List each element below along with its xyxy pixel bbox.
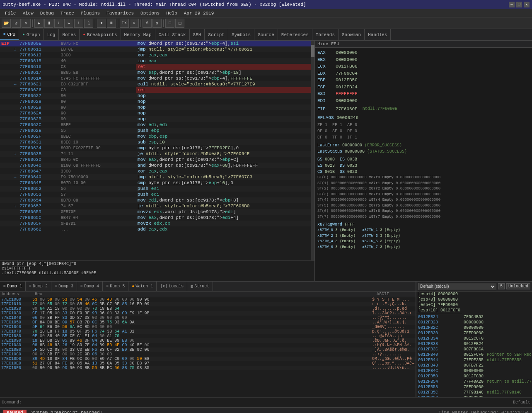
dump-tab-2[interactable]: ≡Dump 2	[26, 282, 51, 291]
stack-mem-row[interactable]: 0012FB500012FCB0	[416, 374, 532, 379]
disasm-row[interactable]: 77F60616C3ret	[0, 64, 311, 70]
disasm-row[interactable]: ↓77F6065774 57je ntdll. style="color:#b5…	[0, 203, 311, 209]
tab-handles[interactable]: Handles	[365, 29, 391, 40]
stack-mem-row[interactable]: 0012FB340012CCF0	[416, 336, 532, 341]
dump-row[interactable]: 77EC10500F 84 D0 BE 09 57 8B 7D 0C 85 75…	[0, 320, 416, 325]
disasm-row[interactable]: 77F6063D8B45 0Cmov eax,dword ptr ss:[ce9…	[0, 157, 311, 163]
toolbar-font[interactable]: A	[143, 19, 152, 28]
disasm-row[interactable]: 77F60634803D EC02FE7F 00cmp byte ptr ds:…	[0, 145, 311, 151]
disasm-row[interactable]: 77F6065F0FB7D1movzx edx,cx	[0, 221, 311, 226]
tab-cpu[interactable]: ■ CPU	[0, 29, 19, 40]
dump-row[interactable]: 77EC10800E 00 88 40 BB CF C1 E1 04 00 A1…	[0, 334, 416, 338]
tab-script[interactable]: Script	[205, 29, 228, 40]
toolbar-misc[interactable]: □	[165, 19, 174, 28]
dump-row[interactable]: 77EC109018 E8 D8 18 05 89 46 0F 84 8C BE…	[0, 338, 416, 343]
disasm-row[interactable]: 77F606408160 68 FFFFFFFDand dword ptr ds…	[0, 163, 311, 168]
disasm-row[interactable]: ←77F60621E8 C321FBFFcall ntdll. style="c…	[0, 81, 311, 87]
dump-tab-struct[interactable]: ⊞Struct	[187, 282, 213, 291]
dump-row[interactable]: 77EC10D039 4D 10 0F 84 FE 9C 06 00 E9 A7…	[0, 357, 416, 361]
disasm-row[interactable]: 77F6065256push esi	[0, 186, 311, 192]
dump-row[interactable]: 77EC10C000 00 8B FF 00 00 2C 9D 06 00 00…	[0, 352, 416, 357]
dump-rows[interactable]: 77EC100053 00 59 00 53 00 54 00 45 00 4D…	[0, 297, 416, 397]
toolbar-restart[interactable]: ↺	[12, 19, 21, 28]
disasm-row[interactable]: 77F6061333C0xor eax,eax	[0, 52, 311, 58]
close-button[interactable]: ✕	[524, 2, 530, 7]
disasm-row[interactable]: 77F6061540inc eax	[0, 58, 311, 64]
stack-mem-row[interactable]: 0012FB4C00000000	[416, 368, 532, 374]
disasm-row[interactable]: →77F60649E9 75010000jmp ntdll. style="co…	[0, 174, 311, 180]
disasm-row[interactable]: 77F6062790nop	[0, 93, 311, 99]
toolbar-close[interactable]: ✕	[22, 19, 31, 28]
dump-row[interactable]: 77EC10A008 8B 48 83 26 19 89 7E 04 89 50…	[0, 343, 416, 347]
toolbar-trace-btn[interactable]: ≡	[107, 19, 116, 28]
menu-options[interactable]: Options	[137, 10, 163, 17]
disasm-row[interactable]: 77F6063183EC 10sub esp,10	[0, 139, 311, 145]
stack-calling-convention[interactable]: Default (stdcall)	[418, 283, 496, 290]
tab-snowman[interactable]: Snowman	[339, 29, 365, 40]
stack-mem-row[interactable]: 0012FB247F5C4B52	[416, 314, 532, 320]
maximize-button[interactable]: □	[516, 2, 522, 7]
menu-trace[interactable]: Trace	[57, 10, 77, 17]
disasm-row[interactable]: 77F606590FB70Fmovzx ecx,word ptr ds:[ce9…	[0, 209, 311, 215]
stack-mem-row[interactable]: 0012FB2C00000000	[416, 325, 532, 330]
disasm-row[interactable]: 77F606548B7D 08mov edi,dword ptr ss:[ce9…	[0, 197, 311, 203]
menu-file[interactable]: File	[2, 10, 19, 17]
disasm-row[interactable]: 77F6061AC745 FC FFFFFFFFmov dword ptr ss…	[0, 75, 311, 81]
toolbar-run-to[interactable]: ⤵	[84, 19, 93, 28]
disasm-scrollbar-thumb[interactable]	[311, 45, 314, 57]
dump-row[interactable]: 77EC10605F 64 E6 30 56 6A 0C 85 00 00 00…	[0, 325, 416, 329]
disasm-row[interactable]: 77F6062E55push ebp	[0, 128, 311, 134]
disasm-row[interactable]: 77F60662...add eax,edx	[0, 226, 311, 232]
tab-callstack[interactable]: Call Stack	[155, 29, 190, 40]
stack-mem-row[interactable]: 0012FB5477F40A20return to ntdll.77F40A20…	[416, 379, 532, 384]
dump-tab-1[interactable]: ≡Dump 1	[0, 282, 26, 291]
disasm-row[interactable]: 77F60626C3ret	[0, 87, 311, 93]
menu-help[interactable]: Help	[163, 10, 180, 17]
disasm-row[interactable]: 77F6062A90nop	[0, 110, 311, 116]
dump-row[interactable]: 77EC10B05F 5D C2 08 00 33 C0 EB F6 83 CF…	[0, 347, 416, 352]
disasm-row[interactable]: EIP77F6060E8975 FCmov dword ptr ss:[ce91…	[0, 41, 311, 46]
disasm-row[interactable]: 77F6062F8BECmov ebp,esp	[0, 134, 311, 139]
disasm-row[interactable]: 77F606178B65 E8mov esp,dword ptr ss:[ce9…	[0, 70, 311, 75]
disasm-row[interactable]: 77F6065357push edi	[0, 192, 311, 197]
disasm-row[interactable]: ↓77F6063B74 11je ntdll. style="color:#b5…	[0, 151, 311, 157]
dump-tab-4[interactable]: ≡Dump 4	[77, 282, 103, 291]
stack-mem-row[interactable]: 0012FB6000000000	[416, 395, 532, 397]
toolbar-step-out[interactable]: ↑	[74, 19, 83, 28]
tab-source[interactable]: Source	[254, 29, 278, 40]
dump-row[interactable]: 77EC10E051 27 0F 84 FE 9C 05 AA 1B 05 0A…	[0, 361, 416, 366]
menu-debug[interactable]: Debug	[37, 10, 57, 17]
dump-row[interactable]: 77EC100053 00 59 00 53 00 54 00 45 00 4D…	[0, 297, 416, 302]
dump-tab-watch1[interactable]: ●Watch 1	[128, 282, 157, 291]
dump-row[interactable]: 77EC10F000 90 90 90 90 90 90 8B 55 8B EC…	[0, 366, 416, 370]
disasm-row[interactable]: 77F6062890nop	[0, 99, 311, 104]
toolbar-bp[interactable]: ●	[97, 19, 106, 28]
stack-rows[interactable]: [esp+4] 00000000[esp+8] 00000000[esp+C] …	[416, 292, 532, 397]
stack-mem-row[interactable]: 0012FB307FFD9000	[416, 330, 532, 336]
stack-mem-row[interactable]: 0012FB3C007F88CA	[416, 347, 532, 352]
tab-memorymap[interactable]: Memory Map	[121, 29, 155, 40]
stack-mem-row[interactable]: 0012FB4477EDE355ntdll.77EDE355	[416, 357, 532, 363]
toolbar-step-over[interactable]: ↪	[64, 19, 73, 28]
dump-tab-3[interactable]: ≡Dump 3	[51, 282, 77, 291]
stack-mem-row[interactable]: 0012FB380012FB24	[416, 341, 532, 347]
toolbar-misc2[interactable]: ◫	[175, 19, 184, 28]
tab-symbols[interactable]: Symbols	[228, 29, 254, 40]
tab-seh[interactable]: SEH	[190, 29, 205, 40]
menu-plugins[interactable]: Plugins	[77, 10, 103, 17]
dump-row[interactable]: 77EC1030CE 17 05 00 33 C0 E9 3F 9B 06 00…	[0, 311, 416, 316]
disasm-row[interactable]: 77F6062B90nop	[0, 116, 311, 122]
minimize-button[interactable]: ─	[509, 2, 515, 7]
dump-row[interactable]: 77EC102000 64 A1 18 00 00 00 00 70 18 E8…	[0, 306, 416, 311]
disasm-row[interactable]: ↓77F60611EB 0Ejmp ntdll. style="color:#b…	[0, 46, 311, 52]
tab-notes[interactable]: Notes	[59, 29, 80, 40]
dump-row[interactable]: 77EC101072 00 65 00 72 00 88 46 0C 3B C7…	[0, 302, 416, 306]
disasm-area[interactable]: EIP77F6060E8975 FCmov dword ptr ss:[ce91…	[0, 41, 311, 260]
stack-mem-row[interactable]: 0012FB5C77F9814Cntdll.77F9814C	[416, 390, 532, 395]
stack-mem-row[interactable]: 0012FB4800FB7F22	[416, 363, 532, 368]
command-input[interactable]	[24, 400, 513, 405]
disasm-row[interactable]: 77F6064E807D 10 00cmp byte ptr ss:[ce917…	[0, 180, 311, 186]
toolbar-fx[interactable]: fx	[120, 19, 129, 28]
toolbar-hash[interactable]: #	[130, 19, 139, 28]
menu-view[interactable]: View	[19, 10, 36, 17]
